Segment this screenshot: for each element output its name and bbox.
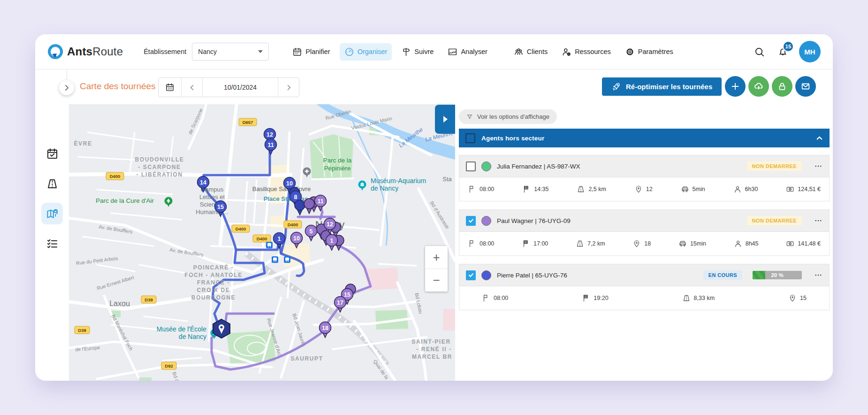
svg-text:Pépinière: Pépinière bbox=[324, 165, 350, 172]
svg-text:Lettres et: Lettres et bbox=[199, 193, 225, 200]
map-container[interactable]: ÈVREBOUDONVILLE- SCARPONE- LIBÉRATIONPOI… bbox=[69, 104, 455, 381]
person-icon bbox=[734, 239, 742, 248]
nav-item-planifier[interactable]: Planifier bbox=[288, 43, 335, 61]
agent-checkbox[interactable] bbox=[466, 270, 476, 280]
nav-item-analyser[interactable]: Analyser bbox=[443, 43, 492, 61]
search-button[interactable] bbox=[752, 45, 766, 59]
svg-text:- RENÉ II -: - RENÉ II - bbox=[416, 346, 452, 353]
svg-text:MARCEL BR: MARCEL BR bbox=[412, 354, 452, 360]
stat-pin: 15 bbox=[788, 294, 807, 302]
flag-icon bbox=[468, 185, 476, 193]
stat-finish: 14:35 bbox=[522, 185, 548, 193]
svg-text:11: 11 bbox=[267, 142, 274, 148]
sidebar-item-list[interactable] bbox=[41, 233, 63, 254]
agent-header[interactable]: Julia Fernandez | AS-987-WXNON DEMARREE bbox=[459, 155, 829, 177]
previous-day-button[interactable] bbox=[182, 78, 203, 97]
road-badge: D39 bbox=[75, 326, 90, 334]
calendar-button[interactable] bbox=[159, 78, 182, 97]
agent-checkbox[interactable] bbox=[466, 216, 476, 226]
agent-header[interactable]: Paul Wagner | 76-UYG-09NON DEMARREE bbox=[459, 210, 829, 232]
mail-button[interactable] bbox=[795, 76, 816, 97]
svg-text:14: 14 bbox=[200, 179, 206, 186]
nav-item-clients[interactable]: Clients bbox=[509, 43, 552, 61]
nav-item-suivre[interactable]: Suivre bbox=[396, 43, 438, 61]
add-button[interactable] bbox=[725, 76, 746, 97]
agents-list: Julia Fernandez | AS-987-WXNON DEMARREE0… bbox=[459, 155, 830, 310]
app-window: AntsRoute Établissement Nancy PlanifierO… bbox=[35, 34, 833, 381]
current-date: 10/01/2024 bbox=[203, 78, 278, 97]
nav-item-parametres[interactable]: Paramètres bbox=[620, 43, 678, 61]
agent-menu-button[interactable] bbox=[814, 216, 822, 225]
export-button[interactable] bbox=[748, 76, 769, 97]
nav-item-ressources[interactable]: Ressources bbox=[557, 43, 616, 61]
person-icon bbox=[733, 185, 742, 193]
agent-menu-button[interactable] bbox=[814, 162, 822, 170]
stat-finish: 19:20 bbox=[582, 294, 608, 302]
reoptimize-button[interactable]: Ré-optimiser les tournées bbox=[602, 77, 722, 96]
routes-map[interactable]: ÈVREBOUDONVILLE- SCARPONE- LIBÉRATIONPOI… bbox=[69, 104, 455, 381]
svg-text:D657: D657 bbox=[243, 120, 253, 125]
notifications-button[interactable]: 15 bbox=[776, 45, 790, 59]
establishment-label: Établissement bbox=[144, 48, 186, 55]
search-icon bbox=[754, 46, 765, 57]
plus-icon bbox=[730, 81, 740, 92]
display-options-button[interactable]: Voir les options d'affichage bbox=[459, 109, 557, 124]
agent-stats-row: 08:0019:208,33 km15 bbox=[459, 286, 829, 310]
money-icon bbox=[786, 239, 794, 248]
svg-text:10: 10 bbox=[293, 235, 300, 242]
agents-panel: Voir les options d'affichage Agents hors… bbox=[459, 104, 830, 381]
svg-text:- SCARPONE: - SCARPONE bbox=[138, 164, 181, 170]
collapse-toggle-button[interactable] bbox=[59, 80, 74, 95]
road-badge: D657 bbox=[239, 118, 257, 126]
agent-card: Pierre Patel | 65-UYG-76EN COURS20 %08:0… bbox=[459, 264, 830, 310]
status-badge: NON DEMARREE bbox=[747, 216, 802, 225]
money-icon bbox=[786, 185, 794, 193]
road-badge: D400 bbox=[232, 225, 250, 232]
navbar-right: 15 MH bbox=[752, 41, 821, 62]
nav-item-organiser[interactable]: Organiser bbox=[340, 43, 392, 61]
agent-checkbox[interactable] bbox=[466, 161, 476, 171]
zoom-in-button[interactable]: + bbox=[425, 246, 448, 269]
agents-group-header[interactable]: Agents hors secteur bbox=[459, 129, 830, 147]
agent-menu-button[interactable] bbox=[814, 271, 822, 279]
zoom-out-button[interactable]: − bbox=[425, 269, 448, 292]
pin-icon bbox=[632, 239, 641, 248]
svg-text:Parc de la Cure d'Air: Parc de la Cure d'Air bbox=[96, 197, 154, 204]
svg-text:Laxou: Laxou bbox=[109, 300, 130, 307]
svg-text:D39: D39 bbox=[78, 328, 86, 333]
date-navigator: 10/01/2024 bbox=[158, 77, 299, 97]
antsroute-logo-icon bbox=[47, 44, 63, 60]
sidebar-item-routes[interactable] bbox=[41, 173, 63, 194]
calendar-icon bbox=[292, 47, 302, 57]
svg-text:Muséum-Aquarium: Muséum-Aquarium bbox=[371, 177, 426, 184]
filter-icon bbox=[466, 114, 473, 120]
sidebar-item-planning[interactable] bbox=[41, 143, 63, 164]
brand-logo[interactable]: AntsRoute bbox=[47, 44, 123, 60]
map-expand-button[interactable] bbox=[435, 105, 455, 134]
stat-flag: 08:00 bbox=[482, 294, 508, 302]
svg-text:11: 11 bbox=[317, 198, 323, 205]
flag-icon bbox=[482, 294, 490, 302]
establishment-select[interactable]: Nancy bbox=[192, 43, 269, 61]
lock-button[interactable] bbox=[772, 76, 792, 97]
agent-header[interactable]: Pierre Patel | 65-UYG-76EN COURS20 % bbox=[459, 264, 829, 286]
group-checkbox[interactable] bbox=[465, 133, 475, 143]
chevron-left-icon bbox=[189, 85, 195, 91]
page-title: Carte des tournées bbox=[80, 81, 156, 92]
next-day-button[interactable] bbox=[278, 78, 299, 97]
cloud-down-icon bbox=[754, 81, 764, 92]
svg-text:D400: D400 bbox=[110, 174, 121, 179]
depot-marker[interactable] bbox=[213, 319, 230, 338]
flag-icon bbox=[468, 239, 476, 248]
sidebar-item-map[interactable] bbox=[41, 203, 63, 224]
svg-text:18: 18 bbox=[322, 325, 328, 331]
stat-money: 124,51 € bbox=[786, 185, 821, 193]
user-avatar[interactable]: MH bbox=[799, 41, 821, 62]
person-gear-icon bbox=[562, 47, 571, 57]
pin-icon bbox=[788, 294, 797, 302]
svg-text:Basilique Saint-Epvre: Basilique Saint-Epvre bbox=[252, 185, 311, 192]
stat-person: 6h30 bbox=[733, 185, 758, 193]
svg-text:D39: D39 bbox=[145, 297, 152, 302]
svg-text:5: 5 bbox=[310, 228, 313, 235]
pin-icon bbox=[634, 185, 643, 193]
